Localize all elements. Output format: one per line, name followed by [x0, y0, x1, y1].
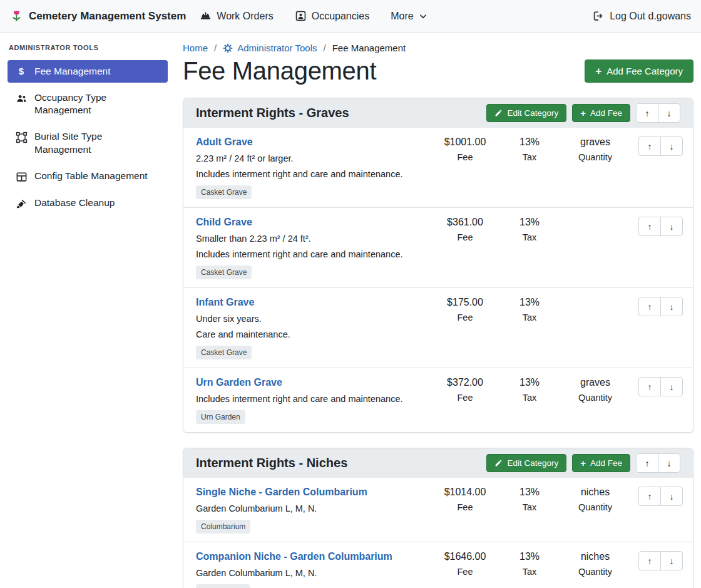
main-content: Home / Administrator Tools — [175, 33, 701, 588]
fee-amount-label: Fee — [432, 393, 498, 403]
hard-hat-icon — [200, 10, 212, 22]
sidebar-item-burial-site-type-management[interactable]: Burial Site Type Management — [8, 125, 168, 160]
breadcrumb-home-link[interactable]: Home — [183, 43, 208, 53]
vector-square-icon — [15, 130, 28, 143]
fee-type-badge: Columbarium — [196, 584, 250, 588]
fee-quantity-label: Quantity — [561, 502, 629, 512]
fee-tax: 13% — [498, 551, 561, 562]
arrow-up-icon: ↑ — [648, 492, 652, 502]
fee-tax-label: Tax — [498, 232, 561, 242]
sidebar-item-label: Config Table Management — [34, 170, 148, 182]
move-fee-up-button[interactable]: ↑ — [638, 551, 661, 570]
fee-amount-column: $1014.00 Fee — [432, 486, 498, 512]
category-reorder-group: ↑ ↓ — [636, 453, 680, 473]
breadcrumb-admin-tools-link[interactable]: Administrator Tools — [223, 43, 317, 53]
sidebar-item-config-table-management[interactable]: Config Table Management — [8, 165, 168, 188]
fee-quantity-unit: graves — [561, 137, 629, 148]
fee-amount: $175.00 — [432, 297, 498, 308]
category-title: Interment Rights - Niches — [196, 456, 347, 470]
move-fee-down-button[interactable]: ↓ — [660, 487, 683, 506]
app-brand[interactable]: Cemetery Management System — [10, 9, 186, 23]
fee-name-link[interactable]: Adult Grave — [196, 137, 253, 148]
nav-occupancies[interactable]: Occupancies — [295, 10, 370, 22]
move-fee-down-button[interactable]: ↓ — [660, 217, 683, 236]
fee-name-link[interactable]: Companion Niche - Garden Columbarium — [196, 551, 392, 562]
fee-reorder-group: ↑ ↓ — [638, 137, 683, 156]
sidebar-item-database-cleanup[interactable]: Database Cleanup — [8, 192, 168, 215]
edit-category-button[interactable]: Edit Category — [486, 104, 566, 122]
users-icon — [15, 91, 28, 105]
breadcrumb-separator: / — [323, 43, 325, 53]
fee-description: Garden Columbarium L, M, N. — [196, 503, 426, 514]
fee-quantity-label: Quantity — [561, 567, 629, 577]
nav-work-orders-label: Work Orders — [217, 11, 273, 22]
fee-amount: $1646.00 — [432, 551, 498, 562]
add-fee-category-button[interactable]: + Add Fee Category — [585, 59, 693, 83]
move-category-up-button[interactable]: ↑ — [636, 103, 658, 123]
fee-quantity-unit: niches — [561, 551, 629, 562]
pencil-icon — [494, 459, 503, 467]
fee-tax: 13% — [498, 487, 561, 498]
fee-quantity-column: niches Quantity — [561, 550, 629, 577]
logout-button[interactable]: Log Out d.gowans — [592, 10, 691, 22]
category-title: Interment Rights - Graves — [196, 106, 349, 120]
move-fee-down-button[interactable]: ↓ — [660, 377, 683, 396]
fee-tax-label: Tax — [498, 567, 561, 577]
category-list: Interment Rights - Graves Edit Category … — [183, 98, 693, 588]
fee-tax-column: 13% Tax — [498, 136, 561, 162]
plus-icon: + — [580, 458, 586, 468]
fee-tax: 13% — [498, 137, 561, 148]
move-category-up-button[interactable]: ↑ — [636, 453, 658, 473]
nav-more-label: More — [391, 11, 413, 22]
fee-type-badge: Columbarium — [196, 520, 250, 534]
fee-reorder-group: ↑ ↓ — [638, 297, 683, 316]
fee-tax: 13% — [498, 377, 561, 388]
add-fee-button[interactable]: + Add Fee — [572, 454, 630, 472]
move-fee-up-button[interactable]: ↑ — [638, 487, 661, 506]
fee-type-badge: Casket Grave — [196, 346, 252, 359]
fee-name-link[interactable]: Urn Garden Grave — [196, 377, 282, 388]
fee-description: Care and maintenance. — [196, 329, 426, 340]
move-fee-down-button[interactable]: ↓ — [660, 297, 683, 316]
fee-amount: $1001.00 — [432, 137, 498, 148]
fee-quantity-label: Quantity — [561, 393, 629, 403]
fee-tax-label: Tax — [498, 152, 561, 162]
nav-more[interactable]: More — [391, 11, 427, 22]
add-fee-button[interactable]: + Add Fee — [572, 104, 630, 122]
arrow-down-icon: ↓ — [667, 458, 672, 468]
fee-tax-column: 13% Tax — [498, 376, 561, 403]
chevron-down-icon — [419, 12, 427, 21]
move-fee-up-button[interactable]: ↑ — [638, 377, 661, 396]
edit-category-button[interactable]: Edit Category — [486, 454, 566, 472]
fee-tax-column: 13% Tax — [498, 216, 561, 242]
plus-icon: + — [580, 108, 586, 118]
fee-quantity-unit: graves — [561, 377, 629, 388]
fee-category-card: Interment Rights - Niches Edit Category … — [183, 448, 693, 588]
move-category-down-button[interactable]: ↓ — [658, 103, 680, 123]
fee-amount-column: $175.00 Fee — [432, 296, 498, 322]
fee-row: Adult Grave 2.23 m² / 24 ft² or larger.I… — [183, 128, 693, 208]
add-fee-label: Add Fee — [590, 458, 622, 468]
arrow-up-icon: ↑ — [648, 222, 652, 232]
fee-descriptions: Garden Columbarium L, M, N. — [196, 503, 426, 514]
sidebar-item-occupancy-type-management[interactable]: Occupancy Type Management — [8, 86, 168, 121]
move-fee-down-button[interactable]: ↓ — [660, 137, 683, 156]
move-fee-up-button[interactable]: ↑ — [638, 137, 661, 156]
fee-category-card: Interment Rights - Graves Edit Category … — [183, 98, 693, 433]
move-category-down-button[interactable]: ↓ — [658, 453, 680, 473]
move-fee-up-button[interactable]: ↑ — [638, 217, 661, 236]
arrow-up-icon: ↑ — [645, 108, 650, 118]
arrow-up-icon: ↑ — [648, 142, 652, 152]
fee-name-link[interactable]: Infant Grave — [196, 297, 254, 308]
fee-name-link[interactable]: Single Niche - Garden Columbarium — [196, 487, 367, 498]
fee-name-link[interactable]: Child Grave — [196, 217, 252, 228]
move-fee-down-button[interactable]: ↓ — [660, 551, 683, 570]
nav-work-orders[interactable]: Work Orders — [200, 10, 273, 22]
main-nav: Work Orders Occupancies More — [200, 10, 427, 22]
sidebar-item-fee-management[interactable]: $ Fee Management — [8, 60, 168, 83]
pencil-icon — [494, 109, 503, 117]
move-fee-up-button[interactable]: ↑ — [638, 297, 661, 316]
breadcrumb-separator: / — [214, 43, 217, 53]
arrow-down-icon: ↓ — [670, 302, 674, 312]
fee-description: Includes interment right and care and ma… — [196, 168, 426, 180]
